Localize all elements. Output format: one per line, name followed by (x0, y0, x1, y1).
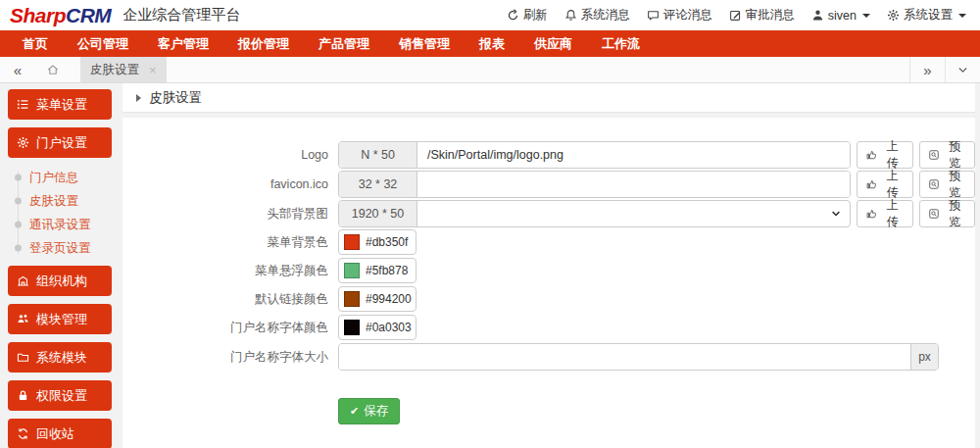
menu-hover-color-picker[interactable]: #5fb878 (338, 258, 416, 283)
chevron-down-icon (958, 14, 966, 22)
menu-hover-color-label: 菜单悬浮颜色 (122, 263, 338, 279)
comment-messages-button[interactable]: 评论消息 (647, 7, 712, 24)
brand: SharpCRM 企业综合管理平台 (10, 4, 240, 27)
tab-skin-settings[interactable]: 皮肤设置 × (80, 57, 167, 82)
collapse-caret-icon[interactable] (136, 94, 141, 102)
comment-icon (647, 9, 660, 22)
sidebar-item-permission-settings[interactable]: 权限设置 (8, 380, 112, 411)
topbar-actions: 刷新 系统消息 评论消息 审批消息 siven 系统设置 (507, 7, 966, 24)
logo-upload-button[interactable]: 上传 (857, 141, 912, 169)
subitem-label: 门户信息 (29, 171, 78, 184)
form-row-menu-hover-color: 菜单悬浮颜色 #5fb878 (122, 258, 975, 283)
sidebar-subitem-login-page-settings[interactable]: 登录页设置 (0, 236, 120, 260)
tabs-scroll-right-button[interactable]: » (909, 57, 945, 82)
favicon-upload-button[interactable]: 上传 (857, 171, 912, 198)
tab-bar: « 皮肤设置 × » (0, 57, 980, 83)
content: 菜单设置 门户设置 门户信息 皮肤设置 通讯录设置 登录页设置 组织机构 模块管… (0, 83, 980, 448)
main-nav: 首页 公司管理 客户管理 报价管理 产品管理 销售管理 报表 供应商 工作流 (0, 30, 980, 57)
chevron-down-icon (862, 14, 870, 22)
thumb-up-icon (865, 178, 877, 190)
sidebar-subitem-portal-info[interactable]: 门户信息 (0, 166, 120, 189)
portal-font-size-input[interactable] (339, 344, 910, 370)
nav-item-product[interactable]: 产品管理 (304, 30, 384, 57)
logo-label: Logo (122, 148, 338, 162)
sidebar-subitem-contacts-settings[interactable]: 通讯录设置 (0, 213, 120, 236)
preview-doc-icon (928, 149, 940, 161)
approval-edit-icon (729, 9, 742, 22)
tabs-menu-button[interactable] (945, 57, 980, 82)
sidebar-item-recycle-bin[interactable]: 回收站 (8, 419, 112, 448)
preview-doc-icon (928, 208, 940, 220)
recycle-icon (17, 427, 29, 440)
nav-item-sales[interactable]: 销售管理 (384, 30, 465, 57)
panel-header: 皮肤设置 (122, 83, 975, 113)
save-button[interactable]: ✔ 保存 (338, 398, 400, 424)
main-panel: 皮肤设置 Logo N * 50 上传 预览 favicon.ico (122, 83, 975, 448)
chevron-down-icon[interactable] (822, 201, 850, 226)
default-link-color-label: 默认链接颜色 (122, 291, 338, 308)
sidebar-item-organization[interactable]: 组织机构 (8, 266, 112, 296)
bullet-icon (15, 245, 22, 252)
brand-logo: SharpCRM (10, 4, 111, 27)
header-bg-upload-button[interactable]: 上传 (857, 200, 912, 227)
menu-bg-color-picker[interactable]: #db350f (338, 229, 416, 255)
form-row-header-bg: 头部背景图 1920 * 50 上传 预览 (122, 200, 975, 227)
home-tab-button[interactable] (35, 57, 71, 82)
gear-icon (17, 136, 29, 149)
header-bg-preview-button[interactable]: 预览 (919, 200, 975, 227)
nav-item-quotation[interactable]: 报价管理 (223, 30, 304, 57)
nav-item-customer[interactable]: 客户管理 (143, 30, 223, 57)
close-icon[interactable]: × (149, 64, 157, 76)
sidebar-item-system-modules[interactable]: 系统模块 (8, 342, 112, 373)
nav-item-company[interactable]: 公司管理 (63, 30, 143, 57)
sidebar-item-label: 回收站 (36, 425, 74, 443)
form-row-logo: Logo N * 50 上传 预览 (122, 141, 975, 169)
bullet-icon (15, 198, 22, 205)
approval-messages-button[interactable]: 审批消息 (729, 7, 795, 24)
portal-settings-submenu: 门户信息 皮肤设置 通讯录设置 登录页设置 (0, 166, 120, 260)
default-link-color-picker[interactable]: #994200 (338, 286, 416, 312)
bullet-icon (15, 174, 22, 181)
thumb-up-icon (865, 149, 877, 161)
portal-font-size-group: px (338, 343, 939, 371)
nav-item-supplier[interactable]: 供应商 (519, 30, 587, 57)
brand-logo-crm: CRM (66, 4, 111, 26)
check-icon: ✔ (350, 406, 359, 417)
favicon-size-addon: 32 * 32 (339, 172, 417, 197)
color-swatch (344, 234, 360, 250)
header-bg-select-group: 1920 * 50 (338, 200, 851, 227)
list-icon (17, 98, 29, 111)
color-hex-value: #0a0303 (366, 321, 412, 334)
favicon-input-group: 32 * 32 (338, 171, 851, 198)
logo-path-input[interactable] (417, 142, 850, 168)
favicon-path-input[interactable] (417, 172, 850, 197)
nav-item-home[interactable]: 首页 (8, 30, 63, 57)
color-hex-value: #5fb878 (366, 264, 408, 277)
header-bg-select[interactable] (417, 201, 822, 226)
nav-item-reports[interactable]: 报表 (465, 30, 519, 57)
form-row-portal-font-size: 门户名称字体大小 px (122, 343, 975, 371)
lock-icon (17, 389, 29, 402)
sidebar-item-menu-settings[interactable]: 菜单设置 (8, 89, 112, 120)
sidebar-item-label: 权限设置 (36, 387, 87, 405)
comment-messages-label: 评论消息 (663, 7, 712, 24)
logo-input-group: N * 50 (338, 141, 851, 169)
sidebar-item-module-management[interactable]: 模块管理 (8, 304, 112, 334)
system-messages-button[interactable]: 系统消息 (564, 7, 630, 24)
preview-button-label: 预览 (944, 138, 966, 172)
gear-icon (887, 9, 900, 22)
nav-item-workflow[interactable]: 工作流 (587, 30, 655, 57)
preview-doc-icon (928, 178, 940, 190)
sidebar-subitem-skin-settings[interactable]: 皮肤设置 (0, 189, 120, 213)
system-settings-menu[interactable]: 系统设置 (887, 7, 966, 24)
user-menu[interactable]: siven (811, 9, 870, 23)
menu-bg-color-label: 菜单背景色 (122, 234, 338, 251)
logo-preview-button[interactable]: 预览 (919, 141, 975, 169)
tabs-scroll-left-button[interactable]: « (0, 57, 35, 82)
sidebar: 菜单设置 门户设置 门户信息 皮肤设置 通讯录设置 登录页设置 组织机构 模块管… (0, 83, 120, 448)
form-row-menu-bg-color: 菜单背景色 #db350f (122, 229, 975, 255)
sidebar-item-portal-settings[interactable]: 门户设置 (8, 127, 112, 158)
favicon-preview-button[interactable]: 预览 (919, 171, 975, 198)
portal-font-color-picker[interactable]: #0a0303 (338, 315, 416, 340)
refresh-button[interactable]: 刷新 (507, 7, 548, 24)
